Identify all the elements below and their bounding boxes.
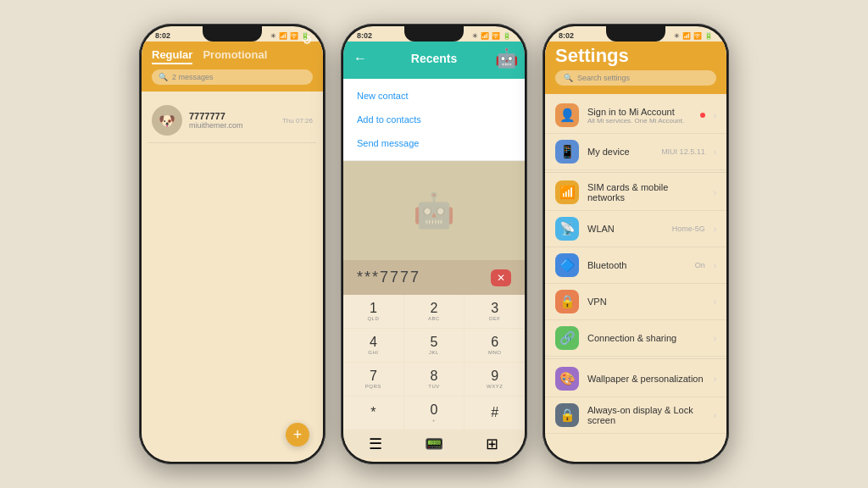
delete-button[interactable]: ✕ [491,269,511,286]
key-main-2: 2 [431,302,438,315]
mi-account-icon-box: 👤 [555,103,579,127]
settings-item-wlan[interactable]: 📡 WLAN Home-5G › [545,211,726,247]
key-sub-1: QLD [367,316,379,321]
sim-icon: 📶 [559,185,576,200]
menu-send-message[interactable]: Send message [343,131,525,155]
connection-name: Connection & sharing [587,333,705,343]
settings-item-wallpaper[interactable]: 🎨 Wallpaper & personalization › [545,361,726,397]
tab-regular[interactable]: Regular [152,48,192,64]
dialer-bottom-bar: ☰ 📟 ⊞ [343,430,525,458]
keypad-icon[interactable]: ⊞ [466,435,518,453]
aod-icon-box: 🔒 [555,403,579,427]
settings-item-vpn[interactable]: 🔒 VPN › [545,284,726,320]
message-info: 7777777 miuithemer.com [189,111,275,130]
key-star[interactable]: * [343,396,403,430]
settings-item-bluetooth[interactable]: 🔷 Bluetooth On › [545,247,726,284]
bluetooth-text: Bluetooth [587,260,687,270]
key-4[interactable]: 4 GHI [343,329,403,362]
settings-search[interactable]: 🔍 Search settings [555,70,716,86]
compose-fab[interactable]: + [286,423,309,446]
aod-name: Always-on display & Lock screen [587,405,705,425]
message-item[interactable]: 🐶 7777777 miuithemer.com Thu 07:26 [148,98,316,143]
key-sub-2: ABC [428,316,440,321]
signal-icon-3: 📶 [682,32,691,40]
bluetooth-name: Bluetooth [587,260,687,270]
key-sub-6: MNO [488,350,502,355]
device-text: My device [587,147,653,157]
device-icon-box: 📱 [555,140,579,164]
notch [203,26,262,42]
signal-icon-1: 📶 [279,32,287,40]
battery-icon-1: 🔋 [301,32,309,40]
chevron-sim: › [714,188,716,197]
key-0[interactable]: 0 + [404,396,465,430]
key-9[interactable]: 9 WXYZ [465,363,525,396]
search-placeholder-msg: 2 messages [172,73,214,81]
settings-item-sim[interactable]: 📶 SIM cards & mobile networks › [545,175,726,211]
settings-list: 👤 Sign in to Mi Account All Mi services.… [545,94,726,458]
settings-item-aod[interactable]: 🔒 Always-on display & Lock screen › [545,397,726,434]
signal-icon-2: 📶 [481,32,489,40]
key-sub-4: GHI [368,350,378,355]
wallpaper-text: Wallpaper & personalization [587,374,705,384]
key-7[interactable]: 7 PQRS [343,363,403,396]
wallpaper-icon-box: 🎨 [555,367,579,391]
settings-item-device[interactable]: 📱 My device MIUI 12.5.11 › [545,134,726,170]
context-menu: New contact Add to contacts Send message [343,79,525,161]
key-6[interactable]: 6 MNO [465,329,525,362]
menu-add-contact[interactable]: Add to contacts [343,108,525,131]
calculator-icon[interactable]: 📟 [409,435,460,453]
key-sub-3: DEF [489,316,501,321]
message-tabs: Regular Promotional [152,47,313,69]
message-search[interactable]: 🔍 2 messages [152,69,313,85]
key-main-1: 1 [370,302,377,315]
device-icon: 📱 [559,144,576,159]
back-icon[interactable]: ← [353,51,367,66]
chevron-wallpaper: › [714,374,716,384]
status-icons-2: ✳ 📶 🛜 🔋 [472,32,511,40]
wlan-icon-box: 📡 [555,217,579,241]
search-icon-msg: 🔍 [159,73,168,81]
mi-account-text: Sign in to Mi Account All Mi services. O… [587,107,692,125]
vpn-text: VPN [587,297,705,307]
status-icons-3: ✳ 📶 🛜 🔋 [674,32,713,40]
phone-settings: 8:02 ✳ 📶 🛜 🔋 Settings 🔍 Search settings [542,24,729,464]
key-1[interactable]: 1 QLD [343,295,403,328]
settings-item-connection[interactable]: 🔗 Connection & sharing › [545,320,726,357]
recents-title: Recents [411,52,457,65]
connection-icon: 🔗 [559,330,576,346]
chevron-aod: › [714,411,716,420]
bluetooth-value: On [695,261,705,269]
key-3[interactable]: 3 DEF [465,295,525,328]
contact-avatar: 🐶 [152,105,182,136]
key-2[interactable]: 2 ABC [404,295,465,328]
time-2: 8:02 [357,31,372,40]
battery-icon-2: 🔋 [503,32,511,40]
vpn-icon-box: 🔒 [555,290,579,313]
bluetooth-icon-1: ✳ [270,32,276,40]
wallpaper-icon: 🎨 [559,371,576,386]
device-name: My device [587,147,653,157]
settings-content: Settings 🔍 Search settings 👤 Sign in to … [545,42,726,458]
key-5[interactable]: 5 JKL [404,329,465,362]
aod-text: Always-on display & Lock screen [587,405,705,425]
contacts-icon[interactable]: ☰ [350,435,402,453]
settings-item-mi-account[interactable]: 👤 Sign in to Mi Account All Mi services.… [545,97,726,134]
search-icon-settings: 🔍 [564,74,573,82]
menu-new-contact[interactable]: New contact [343,84,525,108]
contact-name: 7777777 [189,111,275,121]
vpn-name: VPN [587,297,705,307]
tab-promotional[interactable]: Promotional [203,48,267,64]
notch-3 [606,26,665,42]
wifi-icon-1: 🛜 [290,32,298,40]
settings-title: Settings [555,45,716,67]
messages-header: ⚙ Regular Promotional 🔍 2 messages [142,42,323,92]
chevron-vpn: › [714,297,716,307]
key-8[interactable]: 8 TUV [404,363,465,396]
sim-name: SIM cards & mobile networks [587,182,705,202]
recents-header: ← Recents 🤖 [343,42,525,79]
key-hash[interactable]: # [465,396,525,430]
sim-text: SIM cards & mobile networks [587,182,705,202]
dialer-number: ***7777 [357,269,420,286]
key-main-star: * [370,406,376,419]
